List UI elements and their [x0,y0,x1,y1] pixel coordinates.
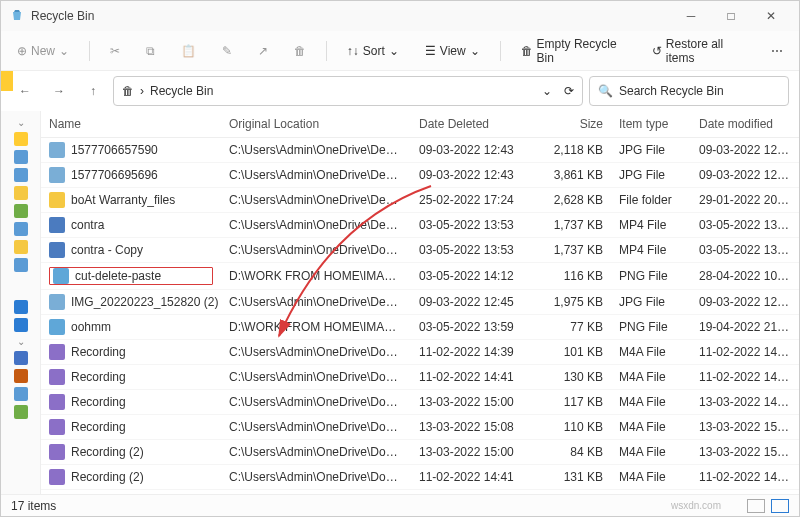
close-button[interactable]: ✕ [751,1,791,31]
col-name[interactable]: Name [41,111,221,138]
more-button[interactable]: ⋯ [765,40,789,62]
share-button[interactable]: ↗ [252,40,274,62]
paste-button[interactable]: 📋 [175,40,202,62]
date-deleted: 13-03-2022 15:08 [411,415,531,440]
date-modified: 19-04-2022 21:09 [691,315,799,340]
col-size[interactable]: Size [531,111,611,138]
sidebar-item[interactable] [14,222,28,236]
item-type: PNG File [611,315,691,340]
view-button[interactable]: ☰ View ⌄ [419,40,486,62]
rename-button[interactable]: ✎ [216,40,238,62]
table-row[interactable]: cut-delete-pasteD:\WORK FROM HOME\IMAGES… [41,263,799,290]
sidebar-item[interactable] [14,132,28,146]
date-deleted: 11-02-2022 14:41 [411,465,531,490]
restore-icon: ↺ [652,44,662,58]
item-type: M4A File [611,440,691,465]
file-icon [49,344,65,360]
date-modified: 11-02-2022 14:39 [691,340,799,365]
item-type: PNG File [611,263,691,290]
cut-icon: ✂ [110,44,120,58]
file-size: 131 KB [531,465,611,490]
cut-button[interactable]: ✂ [104,40,126,62]
table-row[interactable]: RecordingC:\Users\Admin\OneDrive\Documen… [41,390,799,415]
chevron-down-icon[interactable]: ⌄ [17,117,25,128]
original-location: C:\Users\Admin\OneDrive\Documents\S... [221,415,411,440]
chevron-down-icon[interactable]: ⌄ [17,336,25,347]
table-row[interactable]: contraC:\Users\Admin\OneDrive\Desktop03-… [41,213,799,238]
table-row[interactable]: IMG_20220223_152820 (2)C:\Users\Admin\On… [41,290,799,315]
sidebar-item-onedrive[interactable] [14,300,28,314]
col-item-type[interactable]: Item type [611,111,691,138]
date-modified: 03-05-2022 13:50 [691,213,799,238]
table-row[interactable]: oohmmD:\WORK FROM HOME\IMAGES\O&O D...03… [41,315,799,340]
item-type: JPG File [611,138,691,163]
new-button[interactable]: ⊕ New ⌄ [11,40,75,62]
sidebar-item[interactable] [14,405,28,419]
file-icon [49,394,65,410]
sidebar-item[interactable] [14,369,28,383]
sidebar-item[interactable] [14,204,28,218]
sidebar-item-onedrive[interactable] [14,318,28,332]
table-row[interactable]: 1577706657590C:\Users\Admin\OneDrive\Des… [41,138,799,163]
up-button[interactable]: ↑ [79,77,107,105]
sort-label: Sort [363,44,385,58]
restore-all-button[interactable]: ↺ Restore all items [646,33,751,69]
date-deleted: 09-03-2022 12:43 [411,138,531,163]
sidebar-item[interactable] [14,150,28,164]
search-box[interactable]: 🔍 Search Recycle Bin [589,76,789,106]
navigation-pane[interactable]: ⌄ ⌄ [1,111,41,495]
sidebar-item[interactable] [14,258,28,272]
view-label: View [440,44,466,58]
quick-access-star [1,71,13,91]
table-row[interactable]: 1577706695696C:\Users\Admin\OneDrive\Des… [41,163,799,188]
chevron-down-icon[interactable]: ⌄ [542,84,552,98]
maximize-button[interactable]: □ [711,1,751,31]
sidebar-item[interactable] [14,186,28,200]
delete-button[interactable]: 🗑 [288,40,312,62]
table-row[interactable]: RecordingC:\Users\Admin\OneDrive\Documen… [41,365,799,390]
date-deleted: 03-05-2022 14:12 [411,263,531,290]
copy-button[interactable]: ⧉ [140,40,161,62]
sidebar-item[interactable] [14,387,28,401]
sidebar-item[interactable] [14,168,28,182]
date-modified: 09-03-2022 12:38 [691,290,799,315]
file-icon [49,469,65,485]
sort-button[interactable]: ↑↓ Sort ⌄ [341,40,405,62]
date-modified: 29-01-2022 20:32 [691,188,799,213]
file-size: 84 KB [531,440,611,465]
col-date-modified[interactable]: Date modified [691,111,799,138]
sidebar-item[interactable] [14,240,28,254]
file-icon [49,419,65,435]
file-size: 2,118 KB [531,138,611,163]
date-modified: 13-03-2022 15:08 [691,415,799,440]
details-view-button[interactable] [747,499,765,513]
thumbnails-view-button[interactable] [771,499,789,513]
rename-icon: ✎ [222,44,232,58]
file-table: Name Original Location Date Deleted Size… [41,111,799,490]
table-row[interactable]: RecordingC:\Users\Admin\OneDrive\Documen… [41,340,799,365]
col-original-location[interactable]: Original Location [221,111,411,138]
sidebar-item-this-pc[interactable] [14,351,28,365]
table-row[interactable]: contra - CopyC:\Users\Admin\OneDrive\Doc… [41,238,799,263]
minimize-button[interactable]: ─ [671,1,711,31]
file-icon [49,242,65,258]
forward-button[interactable]: → [45,77,73,105]
file-name: boAt Warranty_files [71,193,175,207]
original-location: D:\WORK FROM HOME\IMAGES\O&O D... [221,315,411,340]
column-headers[interactable]: Name Original Location Date Deleted Size… [41,111,799,138]
breadcrumb[interactable]: Recycle Bin [150,84,213,98]
file-size: 1,737 KB [531,213,611,238]
back-button[interactable]: ← [11,77,39,105]
address-bar[interactable]: 🗑 › Recycle Bin ⌄ ⟳ [113,76,583,106]
table-row[interactable]: RecordingC:\Users\Admin\OneDrive\Documen… [41,415,799,440]
file-list[interactable]: Name Original Location Date Deleted Size… [41,111,799,495]
item-type: MP4 File [611,238,691,263]
table-row[interactable]: boAt Warranty_filesC:\Users\Admin\OneDri… [41,188,799,213]
table-row[interactable]: Recording (2)C:\Users\Admin\OneDrive\Doc… [41,465,799,490]
search-icon: 🔍 [598,84,613,98]
col-date-deleted[interactable]: Date Deleted [411,111,531,138]
refresh-icon[interactable]: ⟳ [564,84,574,98]
empty-recycle-bin-button[interactable]: 🗑 Empty Recycle Bin [515,33,632,69]
table-row[interactable]: Recording (2)C:\Users\Admin\OneDrive\Doc… [41,440,799,465]
file-size: 1,737 KB [531,238,611,263]
